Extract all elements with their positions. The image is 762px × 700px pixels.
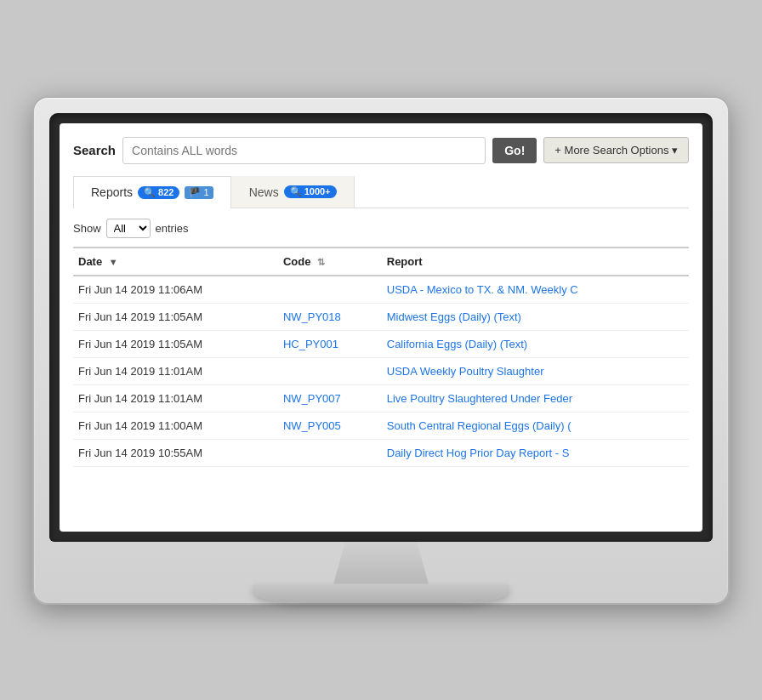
reports-search-badge: 🔍 822 (138, 186, 179, 199)
search-label: Search (73, 143, 116, 157)
results-table: Date ▼ Code ⇅ Report (73, 247, 689, 467)
cell-date: Fri Jun 14 2019 10:55AM (73, 439, 278, 466)
go-button[interactable]: Go! (492, 138, 537, 163)
news-search-badge: 🔍 1000+ (284, 185, 337, 198)
show-label: Show (73, 222, 101, 235)
cell-code[interactable]: NW_PY007 (278, 384, 382, 412)
app-content: Search Go! + More Search Options ▾ Repor… (60, 123, 702, 481)
table-row: Fri Jun 14 2019 11:05AMNW_PY018Midwest E… (73, 303, 689, 330)
reports-flag-badge: 🏴 1 (185, 186, 213, 199)
tabs: Reports 🔍 822 🏴 1 News 🔍 (73, 176, 689, 208)
cell-date: Fri Jun 14 2019 11:01AM (73, 384, 278, 412)
cell-code[interactable]: HC_PY001 (278, 330, 382, 357)
table-row: Fri Jun 14 2019 11:06AMUSDA - Mexico to … (73, 276, 689, 304)
cell-code[interactable]: NW_PY018 (278, 303, 382, 330)
show-entries-row: Show All102550100 entries (73, 219, 689, 238)
cell-date: Fri Jun 14 2019 11:01AM (73, 357, 278, 384)
col-report: Report (382, 248, 689, 276)
cell-date: Fri Jun 14 2019 11:05AM (73, 330, 278, 357)
screen-bezel: Search Go! + More Search Options ▾ Repor… (49, 113, 713, 542)
cell-code (278, 276, 382, 304)
cell-report[interactable]: Midwest Eggs (Daily) (Text) (382, 303, 689, 330)
tab-news-label: News (249, 185, 279, 199)
cell-report[interactable]: USDA Weekly Poultry Slaughter (382, 357, 689, 384)
tab-news[interactable]: News 🔍 1000+ (231, 176, 355, 208)
table-header-row: Date ▼ Code ⇅ Report (73, 248, 689, 276)
cell-date: Fri Jun 14 2019 11:06AM (73, 276, 278, 304)
col-report-label: Report (387, 255, 423, 268)
entries-select[interactable]: All102550100 (106, 219, 151, 238)
flag-icon: 🏴 (189, 187, 201, 197)
tab-reports-label: Reports (91, 185, 133, 199)
reports-search-icon: 🔍 (144, 187, 156, 197)
cell-report[interactable]: Daily Direct Hog Prior Day Report - S (382, 439, 689, 466)
table-row: Fri Jun 14 2019 10:55AMDaily Direct Hog … (73, 439, 689, 466)
col-code[interactable]: Code ⇅ (278, 248, 382, 276)
code-sort-icon: ⇅ (317, 257, 325, 268)
col-date-label: Date (78, 255, 102, 268)
cell-report[interactable]: Live Poultry Slaughtered Under Feder (382, 384, 689, 412)
cell-report[interactable]: California Eggs (Daily) (Text) (382, 330, 689, 357)
table-row: Fri Jun 14 2019 11:05AMHC_PY001Californi… (73, 330, 689, 357)
table-row: Fri Jun 14 2019 11:00AMNW_PY005South Cen… (73, 412, 689, 439)
more-options-button[interactable]: + More Search Options ▾ (543, 137, 689, 163)
search-bar: Search Go! + More Search Options ▾ (73, 137, 689, 164)
screen: Search Go! + More Search Options ▾ Repor… (60, 123, 702, 532)
monitor-base (253, 584, 509, 603)
cell-date: Fri Jun 14 2019 11:05AM (73, 303, 278, 330)
date-sort-icon: ▼ (109, 257, 118, 267)
news-search-icon: 🔍 (290, 186, 302, 196)
cell-code (278, 439, 382, 466)
cell-date: Fri Jun 14 2019 11:00AM (73, 412, 278, 439)
cell-code (278, 357, 382, 384)
cell-report[interactable]: USDA - Mexico to TX. & NM. Weekly C (382, 276, 689, 304)
cell-code[interactable]: NW_PY005 (278, 412, 382, 439)
col-date[interactable]: Date ▼ (73, 248, 278, 276)
col-code-label: Code (283, 255, 311, 268)
cell-report[interactable]: South Central Regional Eggs (Daily) ( (382, 412, 689, 439)
monitor-neck (321, 542, 441, 584)
table-row: Fri Jun 14 2019 11:01AMNW_PY007Live Poul… (73, 384, 689, 412)
table-row: Fri Jun 14 2019 11:01AMUSDA Weekly Poult… (73, 357, 689, 384)
monitor: Search Go! + More Search Options ▾ Repor… (32, 96, 730, 605)
tab-reports[interactable]: Reports 🔍 822 🏴 1 (73, 176, 231, 208)
entries-label: entries (156, 222, 189, 235)
search-input[interactable] (122, 137, 486, 164)
